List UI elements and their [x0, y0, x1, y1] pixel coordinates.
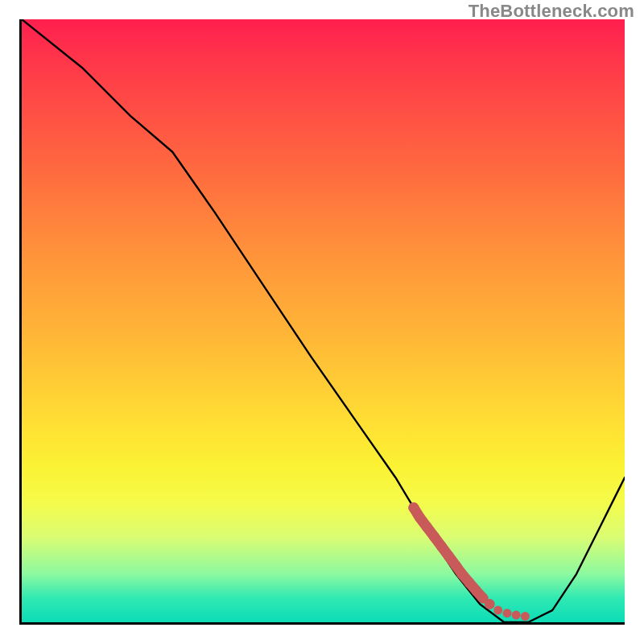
- highlight-dot: [408, 502, 419, 513]
- highlight-dot: [456, 569, 467, 580]
- highlight-dot: [444, 551, 454, 561]
- bottleneck-curve: [22, 19, 625, 622]
- highlight-segment: [408, 502, 529, 621]
- chart-frame: TheBottleneck.com: [0, 0, 644, 644]
- watermark-text: TheBottleneck.com: [469, 2, 634, 20]
- highlight-dot: [464, 577, 474, 588]
- highlight-dot: [436, 541, 447, 551]
- highlight-dot: [429, 531, 440, 542]
- highlight-dot: [493, 606, 502, 615]
- highlight-dot: [503, 609, 512, 617]
- plot-area: [19, 19, 625, 625]
- highlight-dot: [512, 611, 521, 620]
- highlight-dot: [521, 612, 530, 621]
- highlight-dot: [451, 560, 461, 571]
- highlight-dot: [415, 512, 425, 522]
- highlight-dot: [485, 599, 495, 609]
- highlight-dot: [422, 522, 432, 532]
- chart-lines-layer: [22, 19, 625, 622]
